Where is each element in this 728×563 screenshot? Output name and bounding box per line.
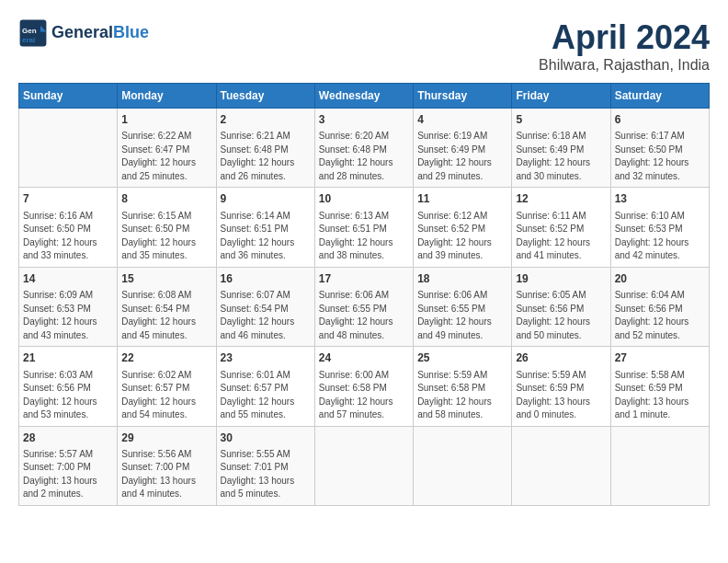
- page-header: Gen eral GeneralBlue April 2024 Bhilwara…: [18, 18, 710, 74]
- day-number: 29: [121, 431, 211, 446]
- calendar-cell: 23Sunrise: 6:01 AM Sunset: 6:57 PM Dayli…: [216, 347, 314, 426]
- day-number: 24: [319, 350, 409, 366]
- day-number: 18: [417, 271, 507, 287]
- svg-text:eral: eral: [22, 36, 35, 44]
- calendar-cell: [314, 426, 413, 505]
- calendar-cell: 30Sunrise: 5:55 AM Sunset: 7:01 PM Dayli…: [216, 426, 314, 505]
- calendar-cell: 22Sunrise: 6:02 AM Sunset: 6:57 PM Dayli…: [118, 347, 216, 426]
- calendar-cell: [610, 426, 709, 505]
- calendar-cell: 8Sunrise: 6:15 AM Sunset: 6:50 PM Daylig…: [118, 188, 216, 267]
- weekday-header-row: SundayMondayTuesdayWednesdayThursdayFrid…: [19, 84, 710, 109]
- day-number: 11: [417, 191, 507, 207]
- day-info: Sunrise: 6:02 AM Sunset: 6:57 PM Dayligh…: [121, 369, 211, 422]
- day-info: Sunrise: 6:22 AM Sunset: 6:47 PM Dayligh…: [121, 130, 211, 183]
- day-number: 14: [23, 271, 113, 287]
- weekday-header: Wednesday: [314, 84, 413, 109]
- day-info: Sunrise: 6:19 AM Sunset: 6:49 PM Dayligh…: [417, 130, 507, 183]
- calendar-cell: 16Sunrise: 6:07 AM Sunset: 6:54 PM Dayli…: [216, 267, 314, 346]
- calendar-cell: 7Sunrise: 6:16 AM Sunset: 6:50 PM Daylig…: [19, 188, 118, 267]
- day-info: Sunrise: 6:20 AM Sunset: 6:48 PM Dayligh…: [319, 130, 409, 183]
- calendar-cell: 29Sunrise: 5:56 AM Sunset: 7:00 PM Dayli…: [118, 426, 216, 505]
- calendar-cell: 24Sunrise: 6:00 AM Sunset: 6:58 PM Dayli…: [314, 347, 413, 426]
- day-info: Sunrise: 6:17 AM Sunset: 6:50 PM Dayligh…: [615, 130, 705, 183]
- day-info: Sunrise: 5:59 AM Sunset: 6:59 PM Dayligh…: [516, 369, 606, 422]
- day-info: Sunrise: 5:58 AM Sunset: 6:59 PM Dayligh…: [615, 369, 705, 422]
- day-info: Sunrise: 6:11 AM Sunset: 6:52 PM Dayligh…: [516, 210, 606, 263]
- calendar-cell: 18Sunrise: 6:06 AM Sunset: 6:55 PM Dayli…: [414, 267, 512, 346]
- calendar-table: SundayMondayTuesdayWednesdayThursdayFrid…: [18, 83, 710, 506]
- calendar-subtitle: Bhilwara, Rajasthan, India: [539, 57, 710, 74]
- calendar-cell: [414, 426, 512, 505]
- day-number: 2: [221, 112, 311, 128]
- calendar-cell: 4Sunrise: 6:19 AM Sunset: 6:49 PM Daylig…: [414, 109, 512, 188]
- weekday-header: Thursday: [414, 84, 512, 109]
- weekday-header: Tuesday: [216, 84, 314, 109]
- calendar-week-row: 1Sunrise: 6:22 AM Sunset: 6:47 PM Daylig…: [19, 109, 710, 188]
- svg-text:Gen: Gen: [22, 27, 37, 35]
- calendar-cell: [512, 426, 610, 505]
- day-info: Sunrise: 5:57 AM Sunset: 7:00 PM Dayligh…: [23, 448, 113, 501]
- calendar-cell: 10Sunrise: 6:13 AM Sunset: 6:51 PM Dayli…: [314, 188, 413, 267]
- calendar-week-row: 28Sunrise: 5:57 AM Sunset: 7:00 PM Dayli…: [19, 426, 710, 505]
- calendar-cell: 12Sunrise: 6:11 AM Sunset: 6:52 PM Dayli…: [512, 188, 610, 267]
- day-number: 22: [121, 350, 211, 366]
- day-info: Sunrise: 5:56 AM Sunset: 7:00 PM Dayligh…: [121, 448, 211, 501]
- calendar-cell: 15Sunrise: 6:08 AM Sunset: 6:54 PM Dayli…: [118, 267, 216, 346]
- calendar-cell: 21Sunrise: 6:03 AM Sunset: 6:56 PM Dayli…: [19, 347, 118, 426]
- day-info: Sunrise: 6:14 AM Sunset: 6:51 PM Dayligh…: [221, 210, 311, 263]
- day-number: 17: [319, 271, 409, 287]
- day-info: Sunrise: 6:18 AM Sunset: 6:49 PM Dayligh…: [516, 130, 606, 183]
- weekday-header: Monday: [118, 84, 216, 109]
- day-number: 3: [319, 112, 409, 128]
- calendar-week-row: 7Sunrise: 6:16 AM Sunset: 6:50 PM Daylig…: [19, 188, 710, 267]
- day-info: Sunrise: 5:55 AM Sunset: 7:01 PM Dayligh…: [221, 448, 311, 501]
- calendar-cell: [19, 109, 118, 188]
- day-number: 8: [121, 191, 211, 207]
- day-number: 26: [516, 350, 606, 366]
- day-number: 10: [319, 191, 409, 207]
- day-number: 6: [615, 112, 705, 128]
- day-number: 9: [221, 191, 311, 207]
- day-number: 23: [221, 350, 311, 366]
- calendar-week-row: 21Sunrise: 6:03 AM Sunset: 6:56 PM Dayli…: [19, 347, 710, 426]
- calendar-cell: 19Sunrise: 6:05 AM Sunset: 6:56 PM Dayli…: [512, 267, 610, 346]
- day-info: Sunrise: 5:59 AM Sunset: 6:58 PM Dayligh…: [417, 369, 507, 422]
- day-info: Sunrise: 6:15 AM Sunset: 6:50 PM Dayligh…: [121, 210, 211, 263]
- day-number: 7: [23, 191, 113, 207]
- day-info: Sunrise: 6:00 AM Sunset: 6:58 PM Dayligh…: [319, 369, 409, 422]
- day-number: 25: [417, 350, 507, 366]
- calendar-cell: 17Sunrise: 6:06 AM Sunset: 6:55 PM Dayli…: [314, 267, 413, 346]
- day-number: 30: [221, 431, 311, 446]
- logo-icon: Gen eral: [18, 18, 48, 48]
- calendar-cell: 13Sunrise: 6:10 AM Sunset: 6:53 PM Dayli…: [610, 188, 709, 267]
- logo-text-line1: GeneralBlue: [51, 24, 149, 42]
- day-info: Sunrise: 6:03 AM Sunset: 6:56 PM Dayligh…: [23, 369, 113, 422]
- day-info: Sunrise: 6:05 AM Sunset: 6:56 PM Dayligh…: [516, 289, 606, 342]
- calendar-cell: 20Sunrise: 6:04 AM Sunset: 6:56 PM Dayli…: [610, 267, 709, 346]
- day-info: Sunrise: 6:21 AM Sunset: 6:48 PM Dayligh…: [221, 130, 311, 183]
- day-number: 21: [23, 350, 113, 366]
- day-number: 12: [516, 191, 606, 207]
- title-block: April 2024 Bhilwara, Rajasthan, India: [539, 18, 710, 74]
- day-info: Sunrise: 6:04 AM Sunset: 6:56 PM Dayligh…: [615, 289, 705, 342]
- day-info: Sunrise: 6:06 AM Sunset: 6:55 PM Dayligh…: [417, 289, 507, 342]
- day-info: Sunrise: 6:08 AM Sunset: 6:54 PM Dayligh…: [121, 289, 211, 342]
- day-number: 28: [23, 431, 113, 446]
- day-number: 27: [615, 350, 705, 366]
- calendar-cell: 1Sunrise: 6:22 AM Sunset: 6:47 PM Daylig…: [118, 109, 216, 188]
- day-number: 5: [516, 112, 606, 128]
- calendar-title: April 2024: [539, 18, 710, 57]
- calendar-cell: 6Sunrise: 6:17 AM Sunset: 6:50 PM Daylig…: [610, 109, 709, 188]
- calendar-cell: 28Sunrise: 5:57 AM Sunset: 7:00 PM Dayli…: [19, 426, 118, 505]
- weekday-header: Friday: [512, 84, 610, 109]
- day-number: 15: [121, 271, 211, 287]
- calendar-cell: 9Sunrise: 6:14 AM Sunset: 6:51 PM Daylig…: [216, 188, 314, 267]
- day-info: Sunrise: 6:13 AM Sunset: 6:51 PM Dayligh…: [319, 210, 409, 263]
- day-info: Sunrise: 6:16 AM Sunset: 6:50 PM Dayligh…: [23, 210, 113, 263]
- weekday-header: Saturday: [610, 84, 709, 109]
- logo: Gen eral GeneralBlue: [18, 18, 149, 48]
- calendar-cell: 3Sunrise: 6:20 AM Sunset: 6:48 PM Daylig…: [314, 109, 413, 188]
- calendar-cell: 26Sunrise: 5:59 AM Sunset: 6:59 PM Dayli…: [512, 347, 610, 426]
- day-info: Sunrise: 6:10 AM Sunset: 6:53 PM Dayligh…: [615, 210, 705, 263]
- calendar-cell: 25Sunrise: 5:59 AM Sunset: 6:58 PM Dayli…: [414, 347, 512, 426]
